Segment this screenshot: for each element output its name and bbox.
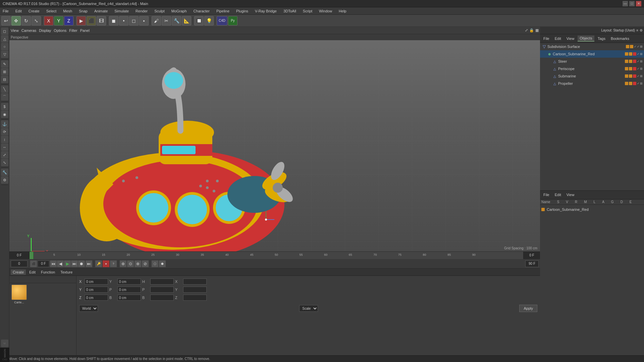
world-space-dropdown[interactable]: World [79, 305, 98, 312]
p-value[interactable] [150, 287, 174, 293]
keyframe-mode-btn[interactable]: 🔑 [95, 260, 102, 267]
current-frame-indicator[interactable] [30, 252, 34, 259]
left-tool-14[interactable]: ↕ [1, 136, 8, 143]
prev-frame-button[interactable]: ◀ [57, 260, 64, 267]
submarine-visibility[interactable]: ✓ [637, 74, 640, 78]
menu-plugins[interactable]: Plugins [235, 8, 250, 14]
z-position-input[interactable] [85, 295, 108, 301]
left-tool-16[interactable]: ⤢ [1, 151, 8, 159]
start-frame-input[interactable] [11, 260, 28, 267]
left-tool-3[interactable]: ○ [1, 43, 8, 50]
left-tool-2[interactable]: △ [1, 35, 8, 43]
next-frame-button[interactable]: ⏭ [71, 260, 78, 267]
viewport-panel-menu[interactable]: Panel [80, 28, 90, 33]
go-to-start-button[interactable]: ⏮ [50, 260, 57, 267]
playback-options-btn[interactable]: ? [110, 260, 117, 267]
sub-visibility[interactable]: ✓ [637, 52, 640, 56]
left-tool-13[interactable]: ⟳ [1, 128, 8, 135]
left-tool-19[interactable]: ⚙ [1, 176, 8, 184]
playback-extra-btn[interactable]: ⬢ [159, 260, 166, 267]
viewport-filter-menu[interactable]: Filter [69, 28, 77, 33]
tab-edit-om[interactable]: Edit [553, 36, 563, 41]
tab-create[interactable]: Create [11, 269, 26, 275]
current-frame-input[interactable] [38, 260, 49, 267]
undo-button[interactable]: ↩ [1, 16, 11, 25]
obj-row-submarine[interactable]: △ Submarine ✓ ⊞ [540, 72, 644, 80]
submarine-more[interactable]: ⊞ [640, 74, 643, 78]
maximize-button[interactable]: □ [629, 1, 635, 6]
tab-function[interactable]: Function [39, 269, 57, 275]
left-tool-10[interactable]: $ [1, 103, 8, 110]
y-position-value[interactable] [117, 279, 141, 285]
menu-edit[interactable]: Edit [14, 8, 23, 14]
menu-script[interactable]: Script [302, 8, 314, 14]
auto-key-btn[interactable]: ● [103, 260, 109, 267]
record-button[interactable]: ⏺ [78, 260, 85, 267]
menu-simulate[interactable]: Simulate [113, 8, 130, 14]
propeller-visibility[interactable]: ✓ [637, 82, 640, 85]
timeline-ruler[interactable]: 5 10 15 20 25 30 35 40 45 50 55 60 65 70… [30, 252, 523, 259]
y-axis-button[interactable]: Y [54, 16, 63, 25]
left-tool-17[interactable]: ⤡ [1, 159, 8, 166]
left-tool-6[interactable]: ⊞ [1, 68, 8, 75]
measure-button[interactable]: 📐 [182, 16, 191, 25]
3d-viewport[interactable]: X Y Z Grid Spacing : 100 cm [9, 40, 540, 251]
layout-icon-2[interactable]: ⚙ [640, 28, 643, 32]
left-tool-7[interactable]: ⊟ [1, 76, 8, 83]
tab-tags[interactable]: Tags [596, 36, 607, 41]
move-tool-button[interactable]: ✥ [11, 16, 21, 25]
material-item-1[interactable]: Carte... [11, 285, 28, 305]
light-button[interactable]: 💡 [204, 16, 214, 25]
scale-tool-button[interactable]: ⤡ [32, 16, 41, 25]
obj-row-steer[interactable]: △ Steer ✓ ⊞ [540, 58, 644, 65]
viewport-view-menu[interactable]: View [11, 28, 19, 33]
go-to-end-button[interactable]: ⏭ [86, 260, 92, 267]
obj-row-propeller[interactable]: △ Propeller ✓ ⊞ [540, 80, 644, 87]
subdiv-more[interactable]: ⊞ [640, 45, 643, 48]
poly-mode-button[interactable]: ▪ [139, 16, 149, 25]
left-tool-8[interactable]: ╲ [1, 85, 8, 93]
y-size-value[interactable] [183, 287, 207, 293]
steer-more[interactable]: ⊞ [640, 60, 643, 63]
menu-select[interactable]: Select [45, 8, 58, 14]
play-button[interactable]: ▶ [64, 260, 71, 267]
apply-button[interactable]: Apply [519, 305, 537, 312]
left-tool-1[interactable]: ◻ [1, 27, 8, 35]
menu-pipeline[interactable]: Pipeline [215, 8, 231, 14]
menu-render[interactable]: Render [134, 8, 149, 14]
z-axis-button[interactable]: Z [64, 16, 73, 25]
rotate-tool-button[interactable]: ↻ [21, 16, 31, 25]
obj-row-subdivision-surface[interactable]: ▽ Subdivision Surface ✓ ✓ ⊞ [540, 43, 644, 50]
tab-bookmarks[interactable]: Bookmarks [609, 36, 631, 41]
left-tool-9[interactable]: ⌒ [1, 93, 8, 101]
minimize-button[interactable]: — [623, 1, 628, 6]
motion-clip-btn[interactable]: ⬡ [152, 260, 158, 267]
viewport-cameras-menu[interactable]: Cameras [21, 28, 37, 33]
menu-window[interactable]: Window [318, 8, 333, 14]
render-to-po-button[interactable]: 🎞 [97, 16, 106, 25]
point-mode-button[interactable]: • [119, 16, 128, 25]
tab-view-om[interactable]: View [565, 36, 577, 41]
left-tool-11[interactable]: ◉ [1, 111, 8, 118]
sub-more[interactable]: ⊞ [640, 52, 643, 56]
subdiv-render[interactable]: ✓ [637, 45, 640, 48]
layer-btn[interactable]: ⊘ [142, 260, 149, 267]
python-button[interactable]: Py [228, 16, 237, 25]
x-size-value[interactable] [183, 279, 207, 285]
tab-edit[interactable]: Edit [27, 269, 38, 275]
menu-snap[interactable]: Snap [77, 8, 89, 14]
z-size-value[interactable] [183, 295, 207, 301]
p-position-value[interactable] [117, 287, 141, 293]
menu-3dtoall[interactable]: 3DToAll [282, 8, 298, 14]
menu-vray[interactable]: V-Ray Bridge [254, 8, 278, 14]
attr-item-row[interactable]: Cartoon_Submarine_Red [541, 207, 643, 212]
close-button[interactable]: ✕ [636, 1, 641, 6]
periscope-visibility[interactable]: ✓ [637, 67, 640, 70]
tab-file-attr[interactable]: File [541, 192, 551, 197]
obj-row-cartoon-submarine-red[interactable]: ⊕ Cartoon_Submarine_Red ✓ ⊞ [540, 50, 644, 58]
menu-create[interactable]: Create [27, 8, 41, 14]
end-frame-input[interactable] [525, 260, 539, 267]
tab-texture[interactable]: Texture [58, 269, 74, 275]
display-mode-button[interactable]: 🔲 [194, 16, 204, 25]
object-mode-button[interactable]: ◼ [109, 16, 118, 25]
